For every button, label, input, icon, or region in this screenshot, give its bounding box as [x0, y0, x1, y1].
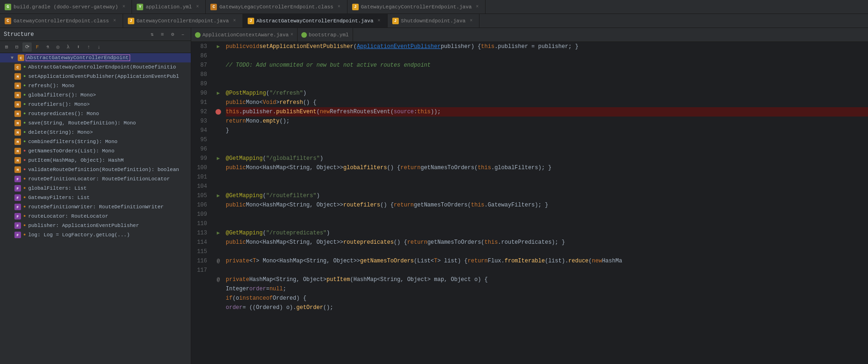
token-plain: : — [414, 107, 417, 117]
tab-app-context[interactable]: ApplicationContextAware.java × — [191, 28, 298, 41]
tree-item[interactable]: M ● routepredicates(): Mono — [0, 109, 191, 118]
tree-item[interactable]: M ● putItem(HashMap, Object): HashM — [0, 156, 191, 165]
empty-gutter[interactable] — [215, 126, 222, 135]
empty-gutter[interactable] — [215, 266, 222, 275]
tree-item[interactable]: F ● routeDefinitionLocator: RouteDefinit… — [0, 174, 191, 184]
close-app-context[interactable]: × — [291, 32, 293, 37]
show-anon-btn[interactable]: ◎ — [53, 42, 62, 52]
tab-gateway-legacy-java[interactable]: J GatewayLegacyControllerEndpoint.java × — [347, 0, 486, 14]
tab-application-yml[interactable]: Y application.yml × — [132, 0, 206, 14]
structure-tree[interactable]: ▼ C AbstractGatewayControllerEndpoint C … — [0, 53, 191, 364]
close-application-yml[interactable]: × — [194, 4, 201, 10]
tab-gateway-endpoint-java[interactable]: J GatewayControllerEndpoint.java × — [123, 14, 243, 27]
token-method-name: fromIterable — [505, 256, 545, 266]
tree-item[interactable]: F ● routeDefinitionWriter: RouteDefiniti… — [0, 202, 191, 212]
empty-gutter[interactable] — [215, 284, 222, 294]
empty-gutter[interactable] — [215, 182, 222, 191]
run-gutter[interactable]: ▶ — [215, 154, 222, 163]
tree-item[interactable]: M ● globalfilters(): Mono> — [0, 90, 191, 100]
tree-item[interactable]: F ● GatewayFilters: List — [0, 193, 191, 202]
empty-gutter[interactable] — [215, 172, 222, 182]
show-fields-btn[interactable]: F — [33, 42, 42, 52]
run-gutter[interactable]: ▶ — [215, 42, 222, 51]
empty-gutter[interactable] — [215, 70, 222, 79]
token-string: "/routefilters" — [266, 191, 316, 200]
close-gateway-endpoint-class[interactable]: × — [111, 18, 118, 24]
access-indicator: ● — [23, 74, 26, 79]
line-number: 95 — [191, 135, 211, 144]
tab-abstract-gateway-java[interactable]: J AbstractGatewayControllerEndpoint.java… — [243, 14, 388, 27]
navigate-down-btn[interactable]: ↓ — [94, 42, 104, 52]
sort-alpha-btn[interactable]: ⇅ — [148, 30, 156, 39]
tab-build-gradle[interactable]: G build.gradle (dodo-server-gateway) × — [0, 0, 132, 14]
navigate-up-btn[interactable]: ↑ — [84, 42, 93, 52]
tree-item[interactable]: M ● validateRouteDefinition(RouteDefinit… — [0, 165, 191, 174]
empty-gutter[interactable] — [215, 247, 222, 256]
token-plain: ( — [263, 191, 266, 200]
tree-item[interactable]: M ● getNamesToOrders(List): Mono — [0, 146, 191, 156]
at-gutter[interactable]: @ — [215, 256, 222, 266]
token-plain: (o — [232, 294, 239, 303]
empty-gutter[interactable] — [215, 117, 222, 126]
empty-gutter[interactable] — [215, 135, 222, 144]
tree-item[interactable]: M ● setApplicationEventPublisher(Applica… — [0, 72, 191, 81]
close-gateway-endpoint-java[interactable]: × — [231, 18, 238, 24]
empty-gutter[interactable] — [215, 303, 222, 312]
close-gateway-legacy-java[interactable]: × — [474, 4, 480, 10]
tree-item[interactable]: M ● save(String, RouteDefinition): Mono — [0, 118, 191, 128]
empty-gutter[interactable] — [215, 51, 222, 61]
tab-gateway-legacy-class[interactable]: C GatewayLegacyControllerEndpoint.class … — [206, 0, 347, 14]
tree-item[interactable]: F ● publisher: ApplicationEventPublisher — [0, 221, 191, 230]
close-shutdown-java[interactable]: × — [468, 18, 474, 24]
breakpoint-gutter[interactable] — [215, 107, 222, 117]
close-structure-btn[interactable]: – — [179, 30, 187, 39]
yaml-icon-1: Y — [137, 4, 143, 10]
code-line — [226, 210, 868, 219]
empty-gutter[interactable] — [215, 210, 222, 219]
empty-gutter[interactable] — [215, 144, 222, 154]
tree-root-item[interactable]: ▼ C AbstractGatewayControllerEndpoint — [0, 53, 191, 62]
tree-item[interactable]: F ● globalFilters: List — [0, 184, 191, 193]
tree-item-label: AbstractGatewayControllerEndpoint(RouteD… — [28, 64, 176, 70]
close-build-gradle[interactable]: × — [120, 4, 127, 10]
empty-gutter[interactable] — [215, 163, 222, 172]
tree-item[interactable]: F ● routeLocator: RouteLocator — [0, 212, 191, 221]
line-number: 89 — [191, 79, 211, 89]
tab-bootstrap-yml[interactable]: bootstrap.yml — [298, 28, 353, 41]
show-inherited2-btn[interactable]: ⬆ — [74, 42, 83, 52]
code-lines-area[interactable]: public void setApplicationEventPublisher… — [224, 42, 868, 364]
show-inherited-btn[interactable]: ⟳ — [22, 42, 32, 52]
tree-item[interactable]: M ● combinedfilters(String): Mono — [0, 137, 191, 146]
tree-item[interactable]: M ● delete(String): Mono> — [0, 128, 191, 137]
tree-item[interactable]: C ● AbstractGatewayControllerEndpoint(Ro… — [0, 62, 191, 72]
method-icon: M — [14, 110, 21, 117]
empty-gutter[interactable] — [215, 98, 222, 107]
run-gutter[interactable]: ▶ — [215, 89, 222, 98]
close-gateway-legacy-class[interactable]: × — [336, 4, 342, 10]
collapse-all-btn[interactable]: ⊟ — [12, 42, 21, 52]
empty-gutter[interactable] — [215, 294, 222, 303]
tree-item[interactable]: M ● routefilers(): Mono> — [0, 100, 191, 109]
token-link[interactable]: ApplicationEventPublisher — [357, 42, 441, 51]
expand-all-btn[interactable]: ⊞ — [2, 42, 11, 52]
run-arrow: ▶ — [217, 154, 220, 163]
token-plain: = ((Ordered) o). — [243, 303, 296, 312]
tree-item[interactable]: F ● log: Log = LogFactory.getLog(...) — [0, 230, 191, 240]
sort-visibility-btn[interactable]: ≡ — [158, 30, 167, 39]
tree-item-label: routefilers(): Mono> — [28, 102, 90, 107]
run-gutter[interactable]: ▶ — [215, 228, 222, 238]
filter-btn[interactable]: ⚗ — [43, 42, 52, 52]
empty-gutter[interactable] — [215, 200, 222, 210]
tab-shutdown-java[interactable]: J ShutdownEndpoint.java × — [388, 14, 480, 27]
tree-item[interactable]: M ● refresh(): Mono — [0, 81, 191, 90]
empty-gutter[interactable] — [215, 79, 222, 89]
run-gutter[interactable]: ▶ — [215, 191, 222, 200]
tab-gateway-endpoint-class[interactable]: C GatewayControllerEndpoint.class × — [0, 14, 123, 27]
show-lambda-btn[interactable]: λ — [63, 42, 73, 52]
empty-gutter[interactable] — [215, 61, 222, 70]
at-gutter[interactable]: @ — [215, 275, 222, 284]
empty-gutter[interactable] — [215, 219, 222, 228]
settings-btn[interactable]: ⚙ — [168, 30, 177, 39]
close-abstract-gateway-java[interactable]: × — [376, 18, 382, 24]
empty-gutter[interactable] — [215, 238, 222, 247]
